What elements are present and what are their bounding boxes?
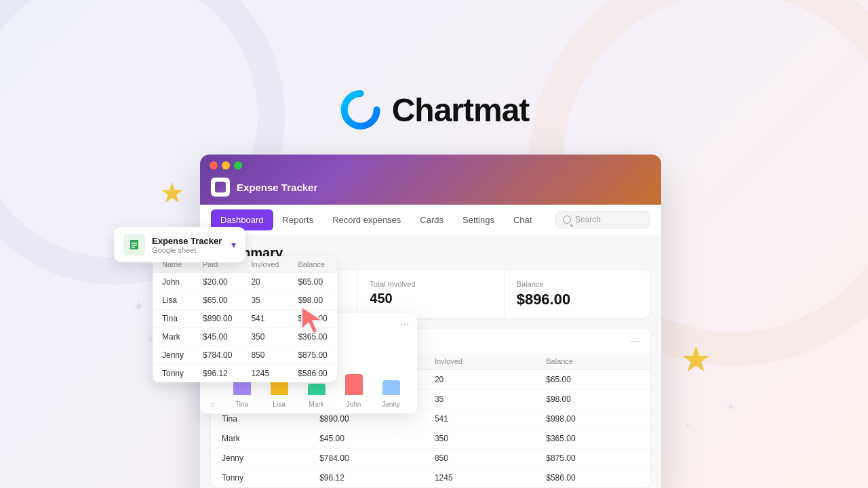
maximize-button[interactable] xyxy=(234,161,242,169)
star-decoration-1: ★ xyxy=(159,176,185,209)
member-name: Jenny xyxy=(211,449,309,468)
nav-settings[interactable]: Settings xyxy=(453,209,504,230)
stat-balance-label: Balance xyxy=(517,280,638,288)
svg-rect-2 xyxy=(132,243,137,244)
bar-rect xyxy=(345,374,363,395)
close-button[interactable] xyxy=(210,161,218,169)
member-paid: $45.00 xyxy=(309,429,424,449)
members-col-involved: Invloved xyxy=(424,353,535,370)
ss-paid: $20.00 xyxy=(193,273,241,291)
nav-record-expenses[interactable]: Record expenses xyxy=(323,209,410,230)
bar-label: Lisa xyxy=(273,401,285,408)
stat-total-involved-label: Total Involved xyxy=(370,280,491,288)
member-name: Mark xyxy=(211,429,309,449)
search-icon xyxy=(563,216,571,224)
members-menu-icon[interactable]: ··· xyxy=(631,336,639,348)
member-paid: $784.00 xyxy=(309,449,424,468)
member-involved: 541 xyxy=(424,409,535,429)
ss-involved: 350 xyxy=(241,328,288,346)
source-name: Expense Tracker xyxy=(152,236,222,246)
member-paid: $96.12 xyxy=(309,468,424,488)
brand-logo-area: Chartmat xyxy=(339,88,530,131)
bar-label: John xyxy=(347,401,361,408)
chart-menu-icon[interactable]: ··· xyxy=(400,319,409,331)
member-balance: $586.00 xyxy=(535,468,650,488)
svg-rect-4 xyxy=(132,247,135,248)
ss-row: John $20.00 20 $65.00 xyxy=(153,273,337,291)
bar-label: Jenny xyxy=(382,401,400,408)
star-decoration-5: ✦ xyxy=(726,400,736,415)
ss-involved: 850 xyxy=(241,346,288,365)
ss-paid: $96.12 xyxy=(193,365,241,383)
app-header: Expense Tracker xyxy=(200,175,661,205)
star-decoration-4: ★ xyxy=(680,339,712,380)
ss-involved: 1245 xyxy=(241,365,288,383)
nav-bar: Dashboard Reports Record expenses Cards … xyxy=(200,205,661,235)
brand-name: Chartmat xyxy=(392,92,530,129)
ss-name: John xyxy=(153,273,193,291)
title-bar: Expense Tracker xyxy=(200,155,661,205)
member-balance: $65.00 xyxy=(535,370,650,390)
ss-paid: $45.00 xyxy=(193,328,241,346)
source-chevron-icon: ▾ xyxy=(231,239,236,250)
star-decoration-6: ✦ xyxy=(684,420,692,431)
ss-name: Jenny xyxy=(153,346,193,365)
source-info: Expense Tracker Google sheet xyxy=(152,236,222,254)
member-balance: $98.00 xyxy=(535,390,650,409)
ss-balance: $875.00 xyxy=(288,346,336,365)
svg-rect-3 xyxy=(132,245,137,246)
nav-chat[interactable]: Chat xyxy=(504,209,541,230)
members-row: Jenny $784.00 850 $875.00 xyxy=(211,449,650,468)
member-balance: $875.00 xyxy=(535,449,650,468)
member-balance: $365.00 xyxy=(535,429,650,449)
ss-paid: $65.00 xyxy=(193,291,241,310)
app-logo-box xyxy=(211,178,230,197)
members-col-balance: Balance xyxy=(535,353,650,370)
star-decoration-2: ✦ xyxy=(132,298,144,316)
stat-balance-value: $896.00 xyxy=(517,291,638,308)
source-type: Google sheet xyxy=(152,246,222,254)
ss-involved: 541 xyxy=(241,310,288,328)
ss-col-involved: Invloved xyxy=(241,256,288,273)
ss-involved: 35 xyxy=(241,291,288,310)
bar-group: Jenny xyxy=(376,347,406,408)
bar-group: John xyxy=(338,347,369,408)
stat-balance: Balance $896.00 xyxy=(505,270,650,318)
app-logo-inner xyxy=(215,182,226,192)
chart-y-label-0: 0 xyxy=(211,401,221,408)
app-title: Expense Tracker xyxy=(237,182,317,193)
ss-balance: $65.00 xyxy=(288,273,336,291)
bar-rect xyxy=(308,384,326,395)
ss-paid: $784.00 xyxy=(193,346,241,365)
nav-reports[interactable]: Reports xyxy=(273,209,323,230)
ss-name: Tonny xyxy=(153,365,193,383)
ss-name: Tina xyxy=(153,310,193,328)
stat-total-involved: Total Involved 450 xyxy=(357,270,504,318)
ss-name: Mark xyxy=(153,328,193,346)
member-involved: 850 xyxy=(424,449,535,468)
member-involved: 35 xyxy=(424,390,535,409)
member-balance: $998.00 xyxy=(535,409,650,429)
minimize-button[interactable] xyxy=(222,161,230,169)
brand-logo-icon xyxy=(339,88,382,131)
ss-row: Jenny $784.00 850 $875.00 xyxy=(153,346,337,365)
ss-row: Tonny $96.12 1245 $586.00 xyxy=(153,365,337,383)
member-name: Tonny xyxy=(211,468,309,488)
bar-label: Tina xyxy=(235,401,248,408)
ss-involved: 20 xyxy=(241,273,288,291)
google-sheet-icon xyxy=(123,234,145,256)
search-box[interactable]: Search xyxy=(555,211,650,228)
ss-col-balance: Balance xyxy=(288,256,336,273)
stat-total-involved-value: 450 xyxy=(370,291,491,306)
ss-paid: $890.00 xyxy=(193,310,241,328)
source-card: Expense Tracker Google sheet ▾ xyxy=(114,227,245,262)
bar-rect xyxy=(382,380,400,395)
member-involved: 350 xyxy=(424,429,535,449)
window-controls xyxy=(200,155,661,175)
ss-balance: $586.00 xyxy=(288,365,336,383)
member-involved: 1245 xyxy=(424,468,535,488)
ss-name: Lisa xyxy=(153,291,193,310)
search-placeholder: Search xyxy=(575,215,601,224)
nav-cards[interactable]: Cards xyxy=(410,209,453,230)
members-row: Tonny $96.12 1245 $586.00 xyxy=(211,468,650,488)
